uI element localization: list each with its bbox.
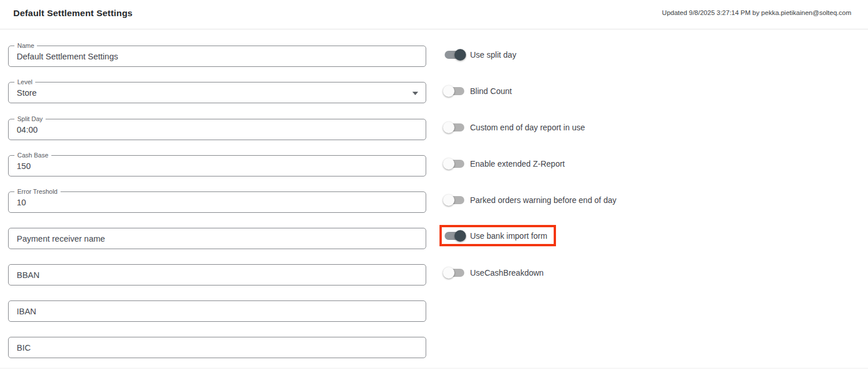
toggle-thumb [443,122,454,133]
toggle-thumb [443,85,454,97]
toggle-thumb [443,158,454,170]
use-bank-import-form-toggle[interactable] [445,232,464,240]
cash-base-field-label: Cash Base [14,152,51,159]
level-select[interactable]: Store [9,82,426,103]
toggle-row-custom-end-of-day-report: Custom end of day report in use [445,117,585,138]
page-header: Default Settlement Settings Updated 9/8/… [0,0,868,29]
toggle-thumb [454,230,466,242]
bottom-divider [0,368,868,369]
use-split-day-toggle[interactable] [445,51,464,59]
split-day-input[interactable] [9,119,426,140]
header-divider [0,29,868,29]
name-field-label: Name [14,42,37,50]
toggle-thumb [443,267,454,279]
cash-base-input[interactable] [9,156,426,176]
use-cash-breakdown-toggle[interactable] [445,269,464,277]
bban-input[interactable] [9,265,426,285]
toggle-label: Custom end of day report in use [470,123,585,132]
error-treshold-field[interactable]: Error Treshold [8,191,426,213]
toggle-label: Parked orders warning before end of day [470,196,617,205]
bban-field[interactable] [8,264,426,285]
blind-count-toggle[interactable] [445,87,464,95]
toggle-row-enable-extended-z-report: Enable extended Z-Report [445,153,565,174]
iban-input[interactable] [9,301,426,321]
error-treshold-input[interactable] [9,192,426,212]
toggle-label: Use split day [470,50,516,59]
enable-extended-z-report-toggle[interactable] [445,160,464,168]
payment-receiver-name-field[interactable] [8,228,426,249]
level-field[interactable]: Level Store [8,82,426,103]
name-input[interactable] [9,46,426,66]
cash-base-field[interactable]: Cash Base [8,155,426,176]
toggle-label: Enable extended Z-Report [470,159,565,168]
last-updated-text: Updated 9/8/2025 3:27:14 PM by pekka.pie… [662,9,851,16]
toggle-label: UseCashBreakdown [470,268,544,277]
iban-field[interactable] [8,300,426,322]
bic-input[interactable] [9,337,426,358]
chevron-down-icon[interactable] [412,92,418,95]
toggle-row-blind-count: Blind Count [445,80,512,102]
page-title: Default Settlement Settings [13,8,133,18]
toggle-thumb [454,49,466,61]
split-day-field-label: Split Day [14,115,46,123]
name-field[interactable]: Name [8,46,426,67]
toggle-label: Use bank import form [470,231,547,241]
bic-field[interactable] [8,337,426,358]
toggle-thumb [443,194,454,206]
toggle-row-use-cash-breakdown: UseCashBreakdown [445,262,544,283]
toggle-label: Blind Count [470,87,512,96]
settlement-settings-page: Default Settlement Settings Updated 9/8/… [0,0,868,372]
toggle-row-use-split-day: Use split day [445,44,516,65]
parked-orders-warning-toggle[interactable] [445,196,464,204]
split-day-field[interactable]: Split Day [8,119,426,140]
toggle-row-parked-orders-warning: Parked orders warning before end of day [445,189,617,211]
error-treshold-field-label: Error Treshold [14,188,61,196]
payment-receiver-name-input[interactable] [9,228,426,249]
toggle-row-use-bank-import-form: Use bank import form [439,225,556,246]
level-field-label: Level [14,78,35,86]
custom-end-of-day-report-toggle[interactable] [445,123,464,131]
